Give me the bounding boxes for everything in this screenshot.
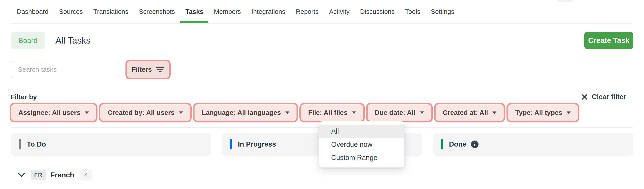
search-input[interactable]: [11, 61, 120, 78]
filter-chip-label: File: All files: [308, 109, 348, 116]
caret-down-icon: [352, 112, 356, 114]
nav-item-screenshots[interactable]: Screenshots: [139, 8, 175, 15]
nav-item-translations[interactable]: Translations: [93, 8, 128, 15]
filter-chip-language[interactable]: Language: All languages: [194, 104, 297, 121]
filter-chip-file[interactable]: File: All files: [300, 104, 364, 121]
caret-down-icon: [492, 112, 496, 114]
filter-lines-icon: [156, 66, 164, 73]
language-group-row[interactable]: FR French 4: [18, 169, 92, 181]
column-label: Done: [449, 140, 466, 148]
nav-item-reports[interactable]: Reports: [296, 8, 319, 15]
status-bar-in-progress: [230, 139, 232, 150]
due-date-dropdown-menu: All Overdue now Custom Range: [319, 121, 404, 168]
filter-chip-created-by[interactable]: Created by: All users: [100, 104, 190, 121]
nav-item-integrations[interactable]: Integrations: [251, 8, 285, 15]
task-count-badge: 4: [80, 169, 92, 181]
clear-filter-label: Clear filter: [592, 93, 626, 101]
project-nav: Dashboard Sources Translations Screensho…: [11, 0, 633, 24]
filter-label-row: Filter by Clear filter: [11, 92, 633, 102]
close-icon: [581, 94, 588, 100]
nav-item-tools[interactable]: Tools: [405, 8, 420, 15]
nav-item-activity[interactable]: Activity: [329, 8, 350, 15]
tasks-page: Dashboard Sources Translations Screensho…: [0, 0, 644, 189]
chevron-down-icon: [18, 173, 25, 177]
page-header: Board All Tasks Create Task: [11, 32, 633, 49]
caret-down-icon: [420, 112, 424, 114]
filters-button[interactable]: Filters: [126, 61, 170, 78]
clear-filter-button[interactable]: Clear filter: [581, 93, 633, 101]
nav-item-members[interactable]: Members: [214, 8, 241, 15]
filter-chip-due-date[interactable]: Due date: All: [367, 104, 432, 121]
caret-down-icon: [179, 112, 183, 114]
filters-button-label: Filters: [132, 66, 152, 73]
nav-item-sources[interactable]: Sources: [59, 8, 83, 15]
filter-chip-created-at[interactable]: Created at: All: [435, 104, 504, 121]
filter-chip-type[interactable]: Type: All types: [508, 104, 578, 121]
caret-down-icon: [285, 112, 289, 114]
column-done: Done i: [433, 133, 633, 156]
menu-item-overdue-now[interactable]: Overdue now: [319, 138, 404, 151]
filter-chips-row: Assignee: All users Created by: All user…: [11, 104, 578, 121]
page-title: All Tasks: [56, 35, 90, 46]
caret-down-icon: [85, 112, 89, 114]
filter-chip-assignee[interactable]: Assignee: All users: [11, 104, 96, 121]
menu-item-all[interactable]: All: [319, 125, 404, 138]
filter-chip-label: Assignee: All users: [18, 109, 80, 116]
status-bar-done: [441, 139, 443, 150]
caret-down-icon: [567, 112, 571, 114]
nav-item-dashboard[interactable]: Dashboard: [17, 8, 48, 15]
filter-chip-label: Created at: All: [443, 109, 488, 116]
nav-item-discussions[interactable]: Discussions: [360, 8, 395, 15]
column-label: In Progress: [238, 140, 276, 148]
filter-chip-label: Due date: All: [375, 109, 416, 116]
filter-by-label: Filter by: [11, 93, 37, 101]
column-todo: To Do: [11, 133, 211, 156]
board-view-toggle[interactable]: Board: [11, 32, 45, 49]
column-label: To Do: [27, 140, 46, 148]
status-bar-todo: [19, 139, 21, 150]
filter-chip-label: Created by: All users: [108, 109, 174, 116]
filter-chip-label: Type: All types: [515, 109, 562, 116]
search-row: Filters: [11, 61, 170, 78]
nav-item-tasks[interactable]: Tasks: [185, 8, 203, 15]
menu-item-custom-range[interactable]: Custom Range: [319, 151, 404, 164]
language-code-badge: FR: [31, 170, 46, 180]
nav-item-settings[interactable]: Settings: [431, 8, 454, 15]
create-task-button[interactable]: Create Task: [584, 32, 633, 49]
info-icon[interactable]: i: [471, 141, 478, 148]
filter-chip-label: Language: All languages: [202, 109, 281, 116]
language-name: French: [50, 171, 74, 179]
